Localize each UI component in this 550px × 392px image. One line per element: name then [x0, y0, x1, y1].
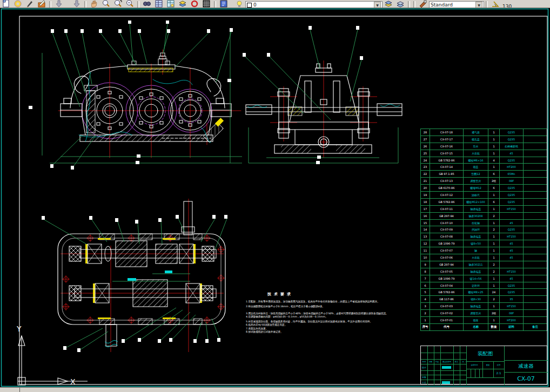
bom-cell: 6 [488, 199, 500, 205]
bom-cell: 1 [488, 275, 500, 282]
ucs-icon: X Y [16, 325, 88, 386]
bom-cell: 9 [421, 261, 430, 268]
bom-col-note: 备注 [524, 324, 547, 330]
bom-header-row: 序号 代号 名称 数量 材料 备注 [421, 324, 547, 331]
side-base-hatch-l [281, 145, 311, 153]
side-hatch-yellow-r [346, 107, 359, 116]
zoom-realtime-icon[interactable] [100, 0, 111, 8]
base-hatch-left [90, 135, 171, 141]
bom-cell [500, 261, 524, 268]
bom-cell: 11 [421, 247, 430, 254]
bom-cell: 垫片 [464, 143, 488, 150]
bom-cell: 键8×50 [464, 240, 488, 247]
chevron-down-icon[interactable]: ▼ [475, 2, 482, 8]
bom-cell: 19 [421, 192, 430, 198]
bom-row: 16GB 297-94轴承302082 [421, 213, 547, 220]
weight-label: 重量 [482, 361, 493, 369]
bom-cell: 21 [421, 178, 430, 184]
hatch-grid-icon[interactable] [201, 0, 212, 8]
bom-cell: 45 [500, 150, 524, 157]
bom-cell: 定距环 [464, 282, 488, 289]
drawing-type-title: 装配图 [466, 346, 504, 361]
layer-previous-icon[interactable] [383, 0, 394, 8]
bom-cell: CX-07-09 [430, 226, 464, 233]
bom-cell: 1 [488, 192, 500, 198]
bom-cell: CX-07-13 [430, 178, 464, 184]
bom-cell: 垫圈12 [464, 171, 488, 177]
bom-row: 11CX-07-07轴145 [421, 247, 547, 254]
bom-row: 12GB 1096-79键8×50145 [421, 240, 547, 247]
new-doc-icon[interactable] [1, 0, 11, 8]
pencil-box-icon[interactable] [36, 0, 47, 8]
bom-cell [524, 310, 547, 316]
table-cyan-icon[interactable] [165, 0, 176, 8]
find-icon[interactable] [142, 0, 152, 8]
bom-cell: 25 [421, 150, 430, 157]
chevron-down-icon[interactable]: ▼ [374, 2, 381, 8]
bom-cell: CX-07-04 [430, 282, 464, 289]
bom-cell [524, 220, 547, 226]
paint-style-icon[interactable] [418, 0, 428, 8]
bom-cell: 轴 [464, 247, 488, 254]
layers-icon[interactable] [177, 0, 188, 8]
bom-cell: 13 [421, 233, 430, 240]
bom-cell: CX-07-15 [430, 150, 464, 157]
scale-value: 2:1 [493, 369, 504, 377]
bom-row: 10CX-07-06大齿轮145 [421, 254, 547, 261]
bom-row: 24GB 5782-86螺栓M6×164Q235 [421, 157, 547, 164]
arrow-down-2-icon[interactable] [71, 0, 82, 8]
zoom-previous-icon[interactable] [124, 0, 135, 8]
bom-cell [524, 289, 547, 295]
properties-icon[interactable] [218, 0, 229, 8]
bom-cell: CX-07-17 [430, 136, 464, 143]
table-blue-icon[interactable] [153, 0, 164, 8]
bom-rows: 28CX-07-18通气器1Q23527CX-07-17视孔盖1Q23526CX… [421, 129, 547, 324]
bom-cell: HT200 [500, 164, 524, 170]
pencil-icon[interactable] [24, 0, 35, 8]
layer-combo[interactable]: 0 ▼ [245, 1, 383, 8]
role-design: 设计 [421, 364, 427, 370]
bom-cell [524, 143, 547, 150]
zoom-window-icon[interactable] [112, 0, 123, 8]
bom-cell: 油标尺 [464, 192, 488, 198]
bom-cell: 通气器 [464, 129, 488, 136]
bom-cell: 1 [488, 317, 500, 323]
bom-cell: 1 [488, 240, 500, 247]
bom-cell: GB 1096-79 [430, 275, 464, 282]
layers-manager-icon[interactable] [395, 0, 406, 8]
bom-cell [524, 226, 547, 233]
bom-cell: GB 297-94 [430, 213, 464, 219]
bom-row: 19CX-07-12油标尺1Q235 [421, 192, 547, 199]
bom-cell: 轴承30208 [464, 213, 488, 219]
title-block: 标记 处数 分区 更改文件号 签名 年、月、日 设计 审核 工艺 装配图 阶段标… [420, 346, 547, 384]
bom-cell: GB 1096-79 [430, 240, 464, 247]
style-combo[interactable]: Standard ▼ [429, 1, 484, 8]
bom-cell [524, 178, 547, 184]
bom-cell: 石棉橡胶纸 [500, 143, 524, 150]
donut-icon[interactable] [12, 0, 23, 8]
bom-cell: 箱座 [464, 317, 488, 323]
arrow-down-1-icon[interactable] [53, 0, 64, 8]
bom-cell [524, 282, 547, 289]
bom-cell: Q235 [500, 192, 524, 198]
bom-cell: Q235 [500, 136, 524, 143]
bom-cell: Q235 [500, 282, 524, 289]
bom-row: 26CX-07-16垫片1石棉橡胶纸 [421, 143, 547, 150]
bom-col-qty: 数量 [488, 324, 500, 330]
dim-angle-icon[interactable] [490, 0, 501, 8]
bom-cell: GB 5782-86 [430, 289, 464, 295]
bom-cell: Q235 [500, 129, 524, 136]
bom-cell [524, 157, 547, 164]
side-base-hatch-r [336, 145, 365, 153]
bom-cell: GB 117-86 [430, 296, 464, 302]
bom-cell [524, 171, 547, 177]
layer-bulb-icon[interactable] [234, 0, 245, 8]
bom-cell [524, 296, 547, 302]
bom-cell: CX-07-01 [430, 317, 464, 323]
pan-hand-icon[interactable] [89, 0, 99, 8]
bom-cell: 4 [421, 296, 430, 302]
red-ring-icon[interactable] [189, 0, 200, 8]
bom-cell: Q235 [500, 185, 524, 191]
side-view [246, 60, 402, 158]
bom-cell: 箱盖 [464, 164, 488, 170]
